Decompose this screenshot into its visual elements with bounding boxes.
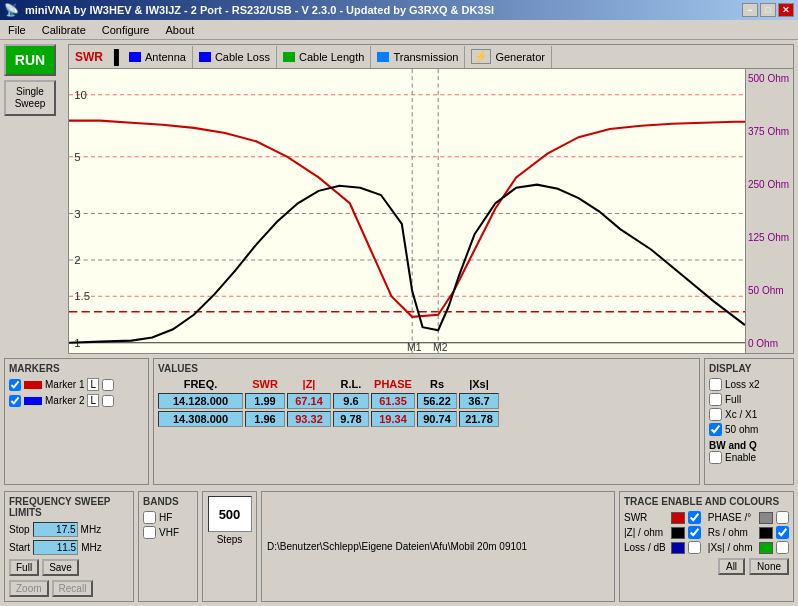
svg-text:3: 3	[74, 208, 80, 220]
right-axis-250: 250 Ohm	[748, 179, 791, 190]
marker2-color	[24, 397, 42, 405]
menu-file[interactable]: File	[4, 24, 30, 36]
row2-phase: 19.34	[371, 411, 415, 427]
display-full-row: Full	[709, 393, 789, 406]
trace-rs-color[interactable]	[759, 527, 773, 539]
cable-loss-color	[199, 52, 211, 62]
loss-x2-checkbox[interactable]	[709, 378, 722, 391]
header-rs: Rs	[417, 378, 457, 390]
tab-cable-length[interactable]: Cable Length	[277, 46, 371, 68]
trace-phase-checkbox[interactable]	[776, 511, 789, 524]
right-axis-375: 375 Ohm	[748, 126, 791, 137]
zoom-button[interactable]: Zoom	[9, 580, 49, 597]
recall-button[interactable]: Recall	[52, 580, 94, 597]
hf-checkbox[interactable]	[143, 511, 156, 524]
marker1-row: Marker 1 L	[9, 378, 144, 391]
tab-cable-loss-label: Cable Loss	[215, 51, 270, 63]
values-header: FREQ. SWR |Z| R.L. PHASE Rs |Xs|	[158, 378, 695, 390]
single-sweep-button[interactable]: SingleSweep	[4, 80, 56, 116]
row2-xs: 21.78	[459, 411, 499, 427]
trace-swr-label: SWR	[624, 512, 668, 523]
tab-transmission[interactable]: Transmission	[371, 46, 465, 68]
trace-iz-checkbox[interactable]	[688, 526, 701, 539]
enable-label: Enable	[725, 452, 756, 463]
tab-antenna[interactable]: Antenna	[123, 46, 193, 68]
enable-checkbox[interactable]	[709, 451, 722, 464]
display-box: DISPLAY Loss x2 Full Xc / X1 50 ohm BW a…	[704, 358, 794, 485]
svg-text:10: 10	[74, 89, 87, 101]
trace-title: TRACE ENABLE AND COLOURS	[624, 496, 789, 507]
menu-calibrate[interactable]: Calibrate	[38, 24, 90, 36]
row2-iz: 93.32	[287, 411, 331, 427]
run-button[interactable]: RUN	[4, 44, 56, 76]
display-50ohm-row: 50 ohm	[709, 423, 789, 436]
svg-text:2: 2	[74, 254, 80, 266]
row1-swr: 1.99	[245, 393, 285, 409]
trace-loss-color[interactable]	[671, 542, 685, 554]
minimize-button[interactable]: −	[742, 3, 758, 17]
antenna-tab-color	[129, 52, 141, 62]
none-button[interactable]: None	[749, 558, 789, 575]
path-box: D:\Benutzer\Schlepp\Eigene Dateien\Afu\M…	[261, 491, 615, 602]
row1-rl: 9.6	[333, 393, 369, 409]
stop-input[interactable]	[33, 522, 78, 537]
trace-phase-color[interactable]	[759, 512, 773, 524]
bw-q-label: BW and Q	[709, 440, 789, 451]
marker2-checkbox[interactable]	[9, 395, 21, 407]
tab-cable-length-label: Cable Length	[299, 51, 364, 63]
save-button[interactable]: Save	[42, 559, 79, 576]
full-label: Full	[725, 394, 741, 405]
trace-loss-label: Loss / dB	[624, 542, 668, 553]
trace-iz-label: |Z| / ohm	[624, 527, 668, 538]
trace-loss-checkbox[interactable]	[688, 541, 701, 554]
full-button[interactable]: Full	[9, 559, 39, 576]
svg-text:5: 5	[74, 151, 80, 163]
bands-box: BANDS HF VHF	[138, 491, 198, 602]
marker2-l[interactable]: L	[87, 394, 99, 407]
row1-iz: 67.14	[287, 393, 331, 409]
50ohm-checkbox[interactable]	[709, 423, 722, 436]
hf-row: HF	[143, 511, 193, 524]
values-row1: 14.128.000 1.99 67.14 9.6 61.35 56.22 36…	[158, 393, 695, 409]
row1-freq: 14.128.000	[158, 393, 243, 409]
svg-text:M1: M1	[407, 342, 422, 353]
trace-swr-checkbox[interactable]	[688, 511, 701, 524]
trace-iz-color[interactable]	[671, 527, 685, 539]
steps-label: Steps	[217, 534, 243, 545]
main-content: RUN SingleSweep SWR ▐ Antenna Cable Loss	[0, 40, 798, 606]
chart-tabs: SWR ▐ Antenna Cable Loss Cable Length Tr…	[69, 45, 793, 69]
start-input[interactable]	[33, 540, 78, 555]
trace-xs-color[interactable]	[759, 542, 773, 554]
marker1-l-checkbox[interactable]	[102, 379, 114, 391]
svg-text:1.5: 1.5	[74, 290, 90, 302]
tab-generator[interactable]: ⚡ Generator	[465, 46, 552, 68]
trace-row1: SWR PHASE /°	[624, 511, 789, 524]
markers-box: MARKERS Marker 1 L Marker 2 L	[4, 358, 149, 485]
all-button[interactable]: All	[718, 558, 745, 575]
bottom-section: MARKERS Marker 1 L Marker 2 L VALUES FRE…	[4, 358, 794, 485]
marker2-row: Marker 2 L	[9, 394, 144, 407]
maximize-button[interactable]: □	[760, 3, 776, 17]
close-button[interactable]: ✕	[778, 3, 794, 17]
marker2-l-checkbox[interactable]	[102, 395, 114, 407]
display-title: DISPLAY	[709, 363, 789, 374]
trace-rs-checkbox[interactable]	[776, 526, 789, 539]
full-checkbox[interactable]	[709, 393, 722, 406]
vhf-checkbox[interactable]	[143, 526, 156, 539]
menu-configure[interactable]: Configure	[98, 24, 154, 36]
menu-about[interactable]: About	[161, 24, 198, 36]
top-area: RUN SingleSweep SWR ▐ Antenna Cable Loss	[4, 44, 794, 354]
row1-phase: 61.35	[371, 393, 415, 409]
right-axis-125: 125 Ohm	[748, 232, 791, 243]
marker1-l[interactable]: L	[87, 378, 99, 391]
bands-title: BANDS	[143, 496, 193, 507]
tab-cable-loss[interactable]: Cable Loss	[193, 46, 277, 68]
trace-swr-color[interactable]	[671, 512, 685, 524]
steps-box: 500 Steps	[202, 491, 257, 602]
50ohm-label: 50 ohm	[725, 424, 758, 435]
marker2-label: Marker 2	[45, 395, 84, 406]
trace-xs-checkbox[interactable]	[776, 541, 789, 554]
marker1-checkbox[interactable]	[9, 379, 21, 391]
xc-checkbox[interactable]	[709, 408, 722, 421]
row2-freq: 14.308.000	[158, 411, 243, 427]
